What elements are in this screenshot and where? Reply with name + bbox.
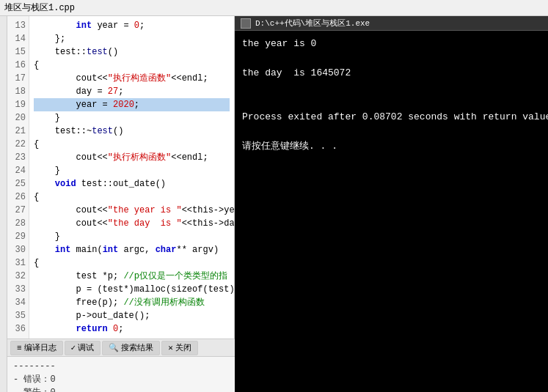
bottom-content-line: - 错误：0	[13, 373, 229, 386]
code-content[interactable]: int year = 0; }; test::test(){ cout<<"执行…	[29, 16, 234, 339]
code-line: cout<<"执行析构函数"<<endl;	[34, 151, 230, 164]
terminal-title-text: D:\c++代码\堆区与栈区1.exe	[255, 18, 370, 29]
bottom-tab-0[interactable]: ≡编译日志	[10, 341, 63, 355]
line-number: 20	[10, 111, 26, 125]
line-numbers: 1314151617181920212223242526272829303132…	[7, 16, 29, 339]
code-line: int main(int argc, char** argv)	[34, 243, 230, 256]
tab-icon-0: ≡	[17, 344, 22, 352]
code-line: year = 2020;	[34, 98, 230, 111]
terminal-line: the year is 0	[242, 37, 541, 51]
line-number: 21	[10, 125, 26, 138]
code-line: {	[34, 256, 230, 270]
filename-label: 堆区与栈区1.cpp	[4, 1, 75, 14]
code-line: };	[34, 32, 230, 45]
code-line: void test::out_date()	[34, 177, 230, 191]
line-number: 26	[10, 191, 26, 204]
bottom-content-line: --------	[13, 360, 229, 373]
terminal-line: the day is 1645072	[242, 66, 541, 81]
tab-label-1: 调试	[78, 342, 94, 353]
code-line: p = (test*)malloc(sizeof(test))	[34, 283, 230, 296]
tab-icon-2: 🔍	[109, 343, 119, 352]
bottom-tab-1[interactable]: ✓调试	[65, 341, 101, 355]
code-line: {	[34, 191, 230, 204]
line-number: 13	[10, 19, 26, 32]
line-number: 25	[10, 177, 26, 191]
terminal-line: 请按任意键继续. . .	[242, 139, 541, 154]
code-area[interactable]: 1314151617181920212223242526272829303132…	[7, 16, 234, 339]
code-line: test *p; //p仅仅是一个类类型的指	[34, 270, 230, 283]
bottom-tab-2[interactable]: 🔍搜索结果	[102, 341, 160, 355]
line-number: 27	[10, 204, 26, 217]
code-line: cout<<"the day is "<<this->day	[34, 217, 230, 230]
bottom-content-line: - 警告：0	[13, 386, 229, 392]
tab-icon-1: ✓	[71, 343, 76, 352]
line-number: 19	[10, 98, 26, 111]
code-line: p->out_date();	[34, 309, 230, 322]
bottom-content: --------- 错误：0- 警告：0- 输出文件名：D:\c++代码\堆区与…	[7, 357, 235, 392]
line-number: 35	[10, 309, 26, 322]
code-line: cout<<"the year is "<<this->yea	[34, 204, 230, 217]
code-line: }	[34, 111, 230, 125]
line-number: 17	[10, 72, 26, 85]
tab-label-2: 搜索结果	[121, 342, 153, 353]
terminal-line: Process exited after 0.08702 seconds wit…	[242, 110, 541, 125]
line-number: 16	[10, 59, 26, 72]
line-number: 32	[10, 270, 26, 283]
code-editor[interactable]: 1314151617181920212223242526272829303132…	[7, 16, 235, 339]
terminal-content: the year is 0the day is 1645072Process e…	[235, 31, 548, 392]
line-number: 34	[10, 296, 26, 309]
line-number: 28	[10, 217, 26, 230]
code-line: test::test()	[34, 45, 230, 59]
tab-icon-3: ✕	[168, 343, 173, 352]
line-number: 15	[10, 45, 26, 59]
terminal-title-bar: D:\c++代码\堆区与栈区1.exe	[235, 16, 548, 31]
line-number: 33	[10, 283, 26, 296]
bottom-panel: ≡编译日志✓调试🔍搜索结果✕关闭 --------- 错误：0- 警告：0- 输…	[7, 339, 235, 392]
left-panel: 1314151617181920212223242526272829303132…	[7, 16, 235, 392]
line-number: 22	[10, 138, 26, 151]
line-number: 36	[10, 322, 26, 336]
bottom-tab-3[interactable]: ✕关闭	[161, 341, 198, 355]
terminal-icon	[241, 18, 251, 29]
line-number: 29	[10, 230, 26, 243]
line-number: 23	[10, 151, 26, 164]
code-line: }	[34, 230, 230, 243]
code-line: int year = 0;	[34, 19, 230, 32]
bottom-tabs: ≡编译日志✓调试🔍搜索结果✕关闭	[7, 339, 235, 357]
tab-label-3: 关闭	[175, 342, 191, 353]
code-line: cout<<"执行构造函数"<<endl;	[34, 72, 230, 85]
code-line: return 0;	[34, 322, 230, 336]
code-line: day = 27;	[34, 85, 230, 98]
tab-label-0: 编译日志	[24, 342, 56, 353]
line-number: 30	[10, 243, 26, 256]
code-line: {	[34, 59, 230, 72]
code-line: free(p); //没有调用析构函数	[34, 296, 230, 309]
line-number: 31	[10, 256, 26, 270]
line-number: 24	[10, 164, 26, 177]
left-margin-strip	[0, 16, 7, 392]
code-line: test::~test()	[34, 125, 230, 138]
code-line: }	[34, 164, 230, 177]
title-bar: 堆区与栈区1.cpp	[0, 0, 548, 16]
line-number: 18	[10, 85, 26, 98]
line-number: 14	[10, 32, 26, 45]
code-line: {	[34, 138, 230, 151]
terminal-panel: D:\c++代码\堆区与栈区1.exe the year is 0the day…	[235, 16, 548, 392]
